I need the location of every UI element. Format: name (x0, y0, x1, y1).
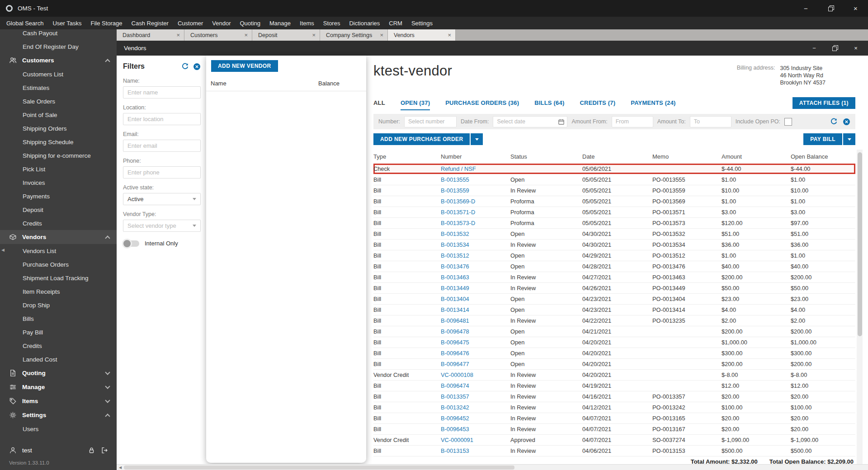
cell-number-link[interactable]: B-0013357 (441, 393, 510, 400)
clear-filters-icon[interactable] (843, 118, 850, 126)
cell-number-link[interactable]: B-0013476 (441, 263, 510, 270)
cell-number-link[interactable]: B-0013242 (441, 404, 510, 411)
table-row[interactable]: Bill B-0013414 Open 04/23/2021 PO-001341… (373, 305, 855, 315)
sidebar-section-customers[interactable]: Customers (0, 53, 117, 67)
tab-bills[interactable]: BILLS (64) (534, 99, 564, 110)
refresh-icon[interactable] (830, 118, 838, 126)
tab-close-icon[interactable]: × (380, 32, 383, 38)
cell-number-link[interactable]: B-0096478 (441, 328, 510, 335)
cell-number-link[interactable]: B-0013532 (441, 230, 510, 237)
cell-number-link[interactable]: B-0096453 (441, 426, 510, 432)
cell-number-link[interactable]: B-0013404 (441, 296, 510, 302)
sidebar-item-customers-credits[interactable]: Credits (0, 216, 117, 230)
table-row[interactable]: Bill B-0096453 In Review 04/07/2021 PO-0… (373, 424, 855, 435)
cell-number-link[interactable]: B-0096475 (441, 339, 510, 346)
cell-number-link[interactable]: B-0013559 (441, 187, 510, 194)
sidebar-item-landed-cost[interactable]: Landed Cost (0, 352, 117, 366)
sidebar-section-quoting[interactable]: Quoting (0, 366, 117, 380)
inner-close-button[interactable]: × (845, 41, 866, 56)
tab-close-icon[interactable]: × (176, 32, 180, 38)
scrollbar-thumb[interactable] (858, 152, 862, 336)
sidebar-item-pick-list[interactable]: Pick List (0, 162, 117, 176)
tab-open[interactable]: OPEN (37) (401, 99, 430, 110)
table-row[interactable]: Bill B-0096452 In Review 04/07/2021 PO-0… (373, 413, 855, 424)
sidebar-item-point-of-sale[interactable]: Point of Sale (0, 108, 117, 122)
cell-number-link[interactable]: Refund / NSF (441, 165, 510, 172)
attach-files-button[interactable]: ATTACH FILES (1) (793, 97, 855, 109)
close-button[interactable]: × (843, 0, 868, 17)
phone-filter-input[interactable] (123, 166, 201, 179)
sidebar-item-purchase-orders[interactable]: Purchase Orders (0, 258, 117, 271)
sidebar-item-payments[interactable]: Payments (0, 189, 117, 203)
tab-all[interactable]: ALL (373, 99, 385, 110)
tab-company-settings[interactable]: Company Settings× (320, 29, 388, 41)
cell-number-link[interactable]: B-0013463 (441, 274, 510, 281)
table-row[interactable]: Bill B-0096481 In Review 04/22/2021 PO-0… (373, 315, 855, 326)
cell-number-link[interactable]: B-0096474 (441, 382, 510, 389)
pay-bill-dropdown[interactable] (843, 133, 855, 145)
table-row[interactable]: Check Refund / NSF 05/06/2021 $-44.00 $-… (373, 164, 855, 174)
tab-purchase-orders[interactable]: PURCHASE ORDERS (36) (445, 99, 519, 110)
sidebar-item-pay-bill[interactable]: Pay Bill (0, 325, 117, 339)
cell-number-link[interactable]: B-0013534 (441, 241, 510, 248)
table-row[interactable]: Bill B-0013534 In Review 04/30/2021 PO-0… (373, 240, 855, 250)
horizontal-scrollbar[interactable]: ◀ (117, 464, 868, 470)
scroll-left-arrow-icon[interactable]: ◀ (117, 465, 124, 470)
logout-icon[interactable] (101, 446, 108, 454)
sidebar-item-cash-payout[interactable]: Cash Payout (0, 26, 117, 40)
cell-number-link[interactable]: B-0013569-D (441, 198, 510, 205)
number-filter-input[interactable] (404, 116, 457, 127)
sidebar-item-customers-list[interactable]: Customers List (0, 67, 117, 81)
active-state-select[interactable]: Active (123, 193, 201, 205)
add-new-vendor-button[interactable]: ADD NEW VENDOR (211, 60, 278, 72)
tab-close-icon[interactable]: × (448, 32, 451, 38)
table-row[interactable]: Bill B-0013404 Open 04/23/2021 PO-001340… (373, 294, 855, 305)
sidebar-item-end-of-register-day[interactable]: End Of Register Day (0, 40, 117, 53)
menu-customer[interactable]: Customer (173, 20, 208, 27)
inner-minimize-button[interactable]: − (804, 41, 825, 56)
menu-file-storage[interactable]: File Storage (86, 20, 127, 27)
email-filter-input[interactable] (123, 140, 201, 152)
cell-number-link[interactable]: B-0096481 (441, 317, 510, 324)
amount-from-input[interactable] (612, 116, 653, 127)
table-row[interactable]: Bill B-0013512 Open 04/29/2021 PO-001351… (373, 250, 855, 261)
sidebar-section-vendors[interactable]: Vendors (0, 230, 117, 244)
menu-stores[interactable]: Stores (319, 20, 345, 27)
location-filter-input[interactable] (123, 113, 201, 125)
table-row[interactable]: Bill B-0013357 In Review 04/16/2021 PO-0… (373, 391, 855, 402)
sidebar-item-shipment-load-tracking[interactable]: Shipment Load Tracking (0, 271, 117, 285)
date-from-input[interactable] (493, 116, 567, 127)
table-row[interactable]: Bill B-0096475 Open 04/20/2021 $1,000.00… (373, 337, 855, 348)
calendar-icon[interactable] (558, 118, 565, 125)
sidebar-item-shipping-ecommerce[interactable]: Shipping for e-commerce (0, 149, 117, 162)
name-filter-input[interactable] (123, 86, 201, 99)
add-new-po-dropdown[interactable] (471, 133, 483, 145)
sidebar-item-sale-orders[interactable]: Sale Orders (0, 94, 117, 108)
table-row[interactable]: Bill B-0013571-D Proforma 05/05/2021 PO-… (373, 207, 855, 218)
cell-number-link[interactable]: B-0013414 (441, 306, 510, 313)
pay-bill-button[interactable]: PAY BILL (803, 133, 842, 145)
table-row[interactable]: Vendor Credit VC-0000108 In Review 04/20… (373, 370, 855, 381)
menu-items[interactable]: Items (295, 20, 319, 27)
tab-dashboard[interactable]: Dashboard× (117, 29, 184, 41)
menu-dictionaries[interactable]: Dictionaries (344, 20, 384, 27)
table-row[interactable]: Bill B-0013532 Open 04/30/2021 PO-001353… (373, 229, 855, 240)
tab-credits[interactable]: CREDITS (7) (580, 99, 615, 110)
table-row[interactable]: Bill B-0013463 In Review 04/27/2021 PO-0… (373, 272, 855, 283)
refresh-icon[interactable] (181, 63, 189, 70)
add-new-purchase-order-button[interactable]: ADD NEW PURCHASE ORDER (373, 133, 470, 145)
cell-number-link[interactable]: B-0013573-D (441, 220, 510, 226)
sidebar-item-invoices[interactable]: Invoices (0, 176, 117, 189)
cell-number-link[interactable]: B-0096452 (441, 415, 510, 422)
menu-vendor[interactable]: Vendor (208, 20, 235, 27)
table-row[interactable]: Bill B-0013573-D Proforma 05/05/2021 PO-… (373, 218, 855, 229)
lock-icon[interactable] (88, 446, 95, 454)
menu-manage[interactable]: Manage (265, 20, 295, 27)
sidebar-item-users[interactable]: Users (0, 422, 117, 436)
clear-filters-icon[interactable] (193, 63, 201, 70)
cell-number-link[interactable]: B-0096476 (441, 350, 510, 357)
menu-cash-register[interactable]: Cash Register (127, 20, 173, 27)
menu-global-search[interactable]: Global Search (2, 20, 48, 27)
cell-number-link[interactable]: VC-0000108 (441, 371, 510, 378)
table-row[interactable]: Bill B-0096477 Open 04/20/2021 $200.00 $… (373, 359, 855, 370)
